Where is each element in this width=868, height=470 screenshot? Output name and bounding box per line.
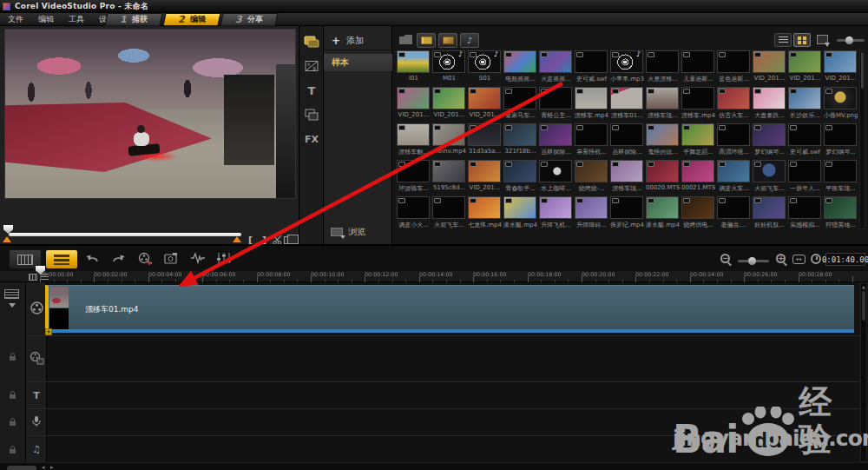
fit-project-button[interactable]: ↔ (792, 255, 806, 264)
library-clip[interactable]: 侏罗纪.mp4 (609, 196, 645, 233)
library-clip[interactable]: 娃娃机肢... (752, 196, 787, 233)
media-library-tab[interactable] (303, 33, 320, 50)
voice-track-header[interactable] (29, 414, 44, 429)
library-clip[interactable]: 潜水艇.mp4 (503, 196, 538, 233)
library-clip[interactable]: ♪ S01 (467, 50, 503, 87)
library-clip[interactable]: 5195c8d... (431, 160, 467, 196)
library-clip[interactable]: 平衡车现... (823, 160, 858, 196)
title-track-header[interactable]: T (29, 387, 44, 403)
step-tab[interactable]: 2 编辑 (162, 13, 220, 26)
filter-fx-tab[interactable]: FX (303, 130, 320, 148)
lock-voice-track-icon[interactable] (9, 417, 16, 427)
library-clip[interactable]: 仿古火车... (716, 87, 752, 123)
library-clip[interactable]: 高清环境... (716, 123, 752, 160)
import-media-button[interactable] (817, 35, 828, 44)
overlay-track-header[interactable] (29, 350, 44, 366)
snapshot-button[interactable] (284, 236, 293, 244)
batch-convert-icon[interactable] (137, 252, 153, 266)
library-clip[interactable]: 烧烤烧-... (574, 160, 609, 196)
library-clip[interactable]: 手舞足蹈... (681, 123, 716, 160)
clip-attribute-badge[interactable]: + (45, 328, 52, 335)
step-tab[interactable]: 1 捕获 (104, 13, 162, 26)
timeline-clip[interactable]: 漂移车01.mp4 (45, 285, 854, 333)
library-clip[interactable]: 漂移车现... (609, 160, 645, 196)
library-clip[interactable]: 狩猎英雄... (823, 196, 858, 233)
redo-button[interactable] (111, 252, 126, 264)
time-ruler[interactable]: 00:00:00:0000:00:02:0000:00:04:0000:00:0… (35, 271, 861, 282)
folder-icon[interactable] (399, 35, 412, 44)
library-clip[interactable]: 00021.MTS (681, 160, 716, 196)
library-clip[interactable]: ♪ M01 (431, 50, 467, 87)
zoom-in-button[interactable]: + (776, 254, 786, 263)
title-tab[interactable]: T (303, 82, 320, 99)
transition-tab[interactable]: AB (303, 57, 320, 75)
track-manager-icon[interactable] (4, 289, 19, 299)
project-duration-value[interactable]: 0:01:40.00 (825, 253, 865, 266)
zoom-slider-knob[interactable] (748, 257, 756, 265)
lock-title-track-icon[interactable] (9, 390, 16, 400)
library-clip[interactable]: VID_201... (823, 50, 858, 87)
library-clip[interactable]: 异形怪机... (574, 123, 609, 160)
library-clip[interactable]: 丛林探险... (609, 123, 645, 160)
library-clip[interactable]: 漂移车现... (645, 87, 681, 123)
timeline-view-button[interactable] (45, 249, 78, 269)
scroll-right-icon[interactable]: ▸ (50, 464, 54, 470)
library-clip[interactable]: meinv.mp4 (431, 123, 467, 160)
filter-photo-button[interactable] (438, 33, 457, 48)
project-duration-icon[interactable] (811, 254, 821, 264)
library-clip[interactable]: 漂移车01... (609, 87, 645, 123)
trim-out-handle[interactable] (233, 236, 241, 242)
sound-mixer-icon[interactable] (216, 252, 232, 264)
library-clip[interactable]: 史可威.swf (574, 50, 609, 87)
library-clip[interactable]: 火箭飞车... (431, 196, 467, 233)
library-scrollbar[interactable] (859, 50, 865, 229)
library-clip[interactable]: 烧烤供电... (681, 196, 716, 233)
library-clip[interactable]: VID_201... (467, 160, 503, 196)
step-tab[interactable]: 3 分享 (220, 13, 279, 26)
scrollbar-thumb[interactable] (862, 291, 865, 321)
video-track-header[interactable] (29, 300, 44, 315)
jog-bar[interactable] (9, 233, 241, 236)
thumbnail-size-slider[interactable] (837, 39, 865, 42)
zoom-out-button[interactable]: − (720, 254, 730, 263)
library-clip[interactable]: 史可威.swf (787, 123, 823, 160)
library-clip[interactable]: 电瓶摇摇... (503, 50, 538, 87)
library-clip[interactable]: 调皮火车... (716, 160, 752, 196)
library-clip[interactable]: 漂移车.mp4 (681, 87, 716, 123)
library-clip[interactable]: 老偏点:... (716, 196, 752, 233)
scroll-left-icon[interactable]: ◂ (42, 464, 45, 470)
menu-item[interactable]: 文件 (8, 14, 23, 25)
library-clip[interactable]: 鬼怪的说... (645, 123, 681, 160)
library-clip[interactable]: 火蓝摇摇... (538, 50, 574, 87)
scrollbar-thumb[interactable] (861, 52, 864, 89)
library-clip[interactable]: 大盘暴跌... (752, 87, 787, 123)
library-clip[interactable]: 升降障碍... (574, 196, 609, 233)
library-clip[interactable]: VID_201... (431, 87, 467, 123)
library-clip[interactable]: 实感模拟... (787, 196, 823, 233)
library-clip[interactable]: 升降飞机... (538, 196, 574, 233)
library-clip[interactable]: VID_201... (752, 50, 787, 87)
library-clip[interactable]: 皇家马车... (503, 87, 538, 123)
library-clip[interactable]: VID_201... (467, 87, 503, 123)
sound-wave-icon[interactable] (190, 252, 206, 264)
lock-overlay-track-icon[interactable] (9, 352, 16, 361)
library-clip[interactable]: 火箭飞车... (752, 160, 787, 196)
menu-item[interactable]: 工具 (69, 14, 84, 25)
library-clip[interactable]: I01 (396, 50, 431, 87)
slider-knob[interactable] (845, 36, 853, 44)
library-clip[interactable]: 环游骑车... (396, 160, 431, 196)
library-clip[interactable]: VID_201... (396, 87, 431, 123)
library-clip[interactable]: 水上咖啡... (538, 160, 574, 196)
music-track-header[interactable]: ♫ (29, 441, 44, 457)
library-clip[interactable]: 青蛙公主... (538, 87, 574, 123)
library-clip[interactable]: 00020.MTS (645, 160, 681, 196)
library-clip[interactable]: 青春歌手... (503, 160, 538, 196)
trim-in-handle[interactable] (3, 236, 11, 242)
track-manager-dropdown-icon[interactable] (9, 303, 16, 308)
list-view-button[interactable] (774, 33, 792, 47)
library-clip[interactable]: 潜水艇.mp4 (645, 196, 681, 233)
library-clip[interactable]: 漂移车.mp4 (574, 87, 609, 123)
library-clip[interactable]: 小薇MV.png (823, 87, 858, 123)
library-clip[interactable]: 儿童迪斯... (681, 50, 716, 87)
library-clip[interactable]: 蓝色迪斯... (716, 50, 752, 87)
